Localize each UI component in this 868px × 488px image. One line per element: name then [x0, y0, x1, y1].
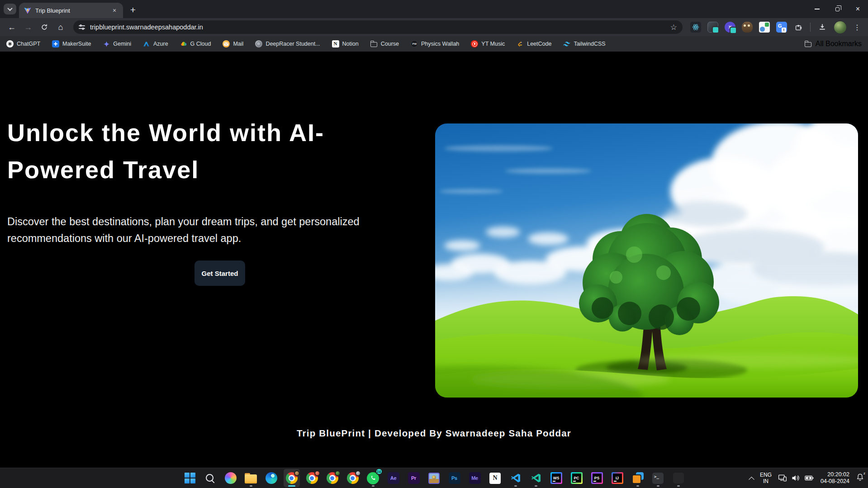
taskbar-vscode-button[interactable] [508, 469, 524, 487]
all-bookmarks-button[interactable]: All Bookmarks [805, 40, 862, 48]
profile-avatar[interactable] [834, 21, 846, 33]
reload-button[interactable] [37, 20, 52, 34]
back-button[interactable]: ← [5, 20, 19, 34]
folder-icon [370, 40, 378, 47]
tab-title: Trip Blueprint [35, 7, 107, 14]
bookmark-star-icon[interactable]: ☆ [670, 23, 677, 32]
all-bookmarks-label: All Bookmarks [816, 40, 862, 48]
taskbar-notion-button[interactable]: N [487, 469, 503, 487]
taskbar-chrome-button[interactable] [284, 469, 300, 487]
reload-icon [40, 23, 48, 31]
bookmark-deepracer[interactable]: DeepRacer Student... [255, 40, 320, 47]
running-indicator [250, 485, 252, 487]
running-indicator [677, 485, 680, 487]
bookmark-azure[interactable]: Azure [143, 40, 168, 47]
taskbar-after-effects-button[interactable]: Ae [385, 469, 402, 487]
leetcode-icon [517, 40, 524, 47]
clock[interactable]: 20:20:02 04-08-2024 [821, 471, 849, 485]
tray-status-icons[interactable] [778, 474, 814, 483]
taskbar-chrome-profile4-button[interactable] [345, 469, 361, 487]
chatgpt-icon [6, 40, 14, 47]
language-indicator[interactable]: ENG IN [760, 472, 772, 484]
taskbar-edge-button[interactable] [263, 469, 280, 487]
extensions-puzzle-icon[interactable] [791, 20, 806, 34]
tab-search-button[interactable] [4, 4, 16, 14]
taskbar-photoshop-button[interactable]: Ps [446, 469, 463, 487]
taskbar-search-button[interactable] [202, 469, 218, 487]
bookmark-mail[interactable]: Mail [223, 40, 243, 47]
bookmark-yt-music[interactable]: YT Music [471, 40, 505, 47]
deepracer-icon [255, 40, 262, 47]
bookmark-gemini[interactable]: Gemini [103, 40, 131, 47]
extension-owl-icon[interactable] [742, 22, 753, 33]
pycharm-icon: PC [571, 472, 583, 484]
home-button[interactable]: ⌂ [53, 20, 68, 34]
extension-tutor-icon[interactable] [759, 22, 770, 33]
media-viewer-icon [428, 473, 440, 484]
bookmark-course[interactable]: Course [370, 40, 399, 47]
extension-react-devtools-icon[interactable] [690, 22, 701, 33]
taskbar-copilot-button[interactable] [223, 469, 239, 487]
taskbar-file-explorer-button[interactable] [243, 469, 259, 487]
extension-translate-icon[interactable] [776, 22, 787, 33]
taskbar-webstorm-button[interactable]: WS [548, 469, 564, 487]
hero-image-scene [435, 123, 858, 398]
hero-image [435, 123, 858, 398]
bookmark-makersuite[interactable]: MakerSuite [52, 40, 91, 47]
taskbar-vmware-button[interactable] [630, 469, 646, 487]
extension-icon-3[interactable]: × [725, 22, 735, 33]
taskbar-phpstorm-button[interactable]: PS [589, 469, 605, 487]
download-icon [818, 23, 827, 32]
gcloud-icon [180, 40, 187, 47]
phpstorm-icon: PS [591, 472, 603, 484]
downloads-button[interactable] [815, 20, 830, 34]
new-tab-button[interactable]: + [127, 4, 139, 16]
bookmark-chatgpt[interactable]: ChatGPT [6, 40, 40, 47]
taskbar-icons: 24 Ae Pr Ps Me N WS PC PS IJ [182, 469, 687, 487]
running-indicator [372, 485, 375, 487]
site-settings-icon[interactable] [79, 24, 85, 30]
taskbar-media-viewer-button[interactable] [426, 469, 442, 487]
hero-description: Discover the best destinations, plan you… [7, 213, 405, 247]
taskbar-chrome-profile3-button[interactable] [324, 469, 341, 487]
taskbar-pycharm-button[interactable]: PC [569, 469, 585, 487]
bookmark-physics-wallah[interactable]: Physics Wallah [411, 40, 459, 47]
taskbar-background-app-button[interactable] [670, 469, 687, 487]
bookmark-gcloud[interactable]: G Cloud [180, 40, 211, 47]
bookmark-label: LeetCode [527, 41, 551, 47]
taskbar-whatsapp-button[interactable]: 24 [365, 469, 381, 487]
tab-close-icon[interactable]: × [110, 6, 119, 14]
browser-tab[interactable]: Trip Blueprint × [19, 3, 123, 18]
bookmarks-bar: ChatGPT MakerSuite Gemini Azure G Cloud [0, 36, 868, 52]
notification-bell-icon[interactable] [856, 473, 864, 483]
get-started-button[interactable]: Get Started [194, 261, 245, 286]
chrome-profile-badge [314, 470, 320, 476]
tailwindcss-icon [563, 40, 570, 47]
url-text[interactable]: tripblueprint.swarnadeepsahapoddar.in [90, 24, 203, 31]
minimize-button[interactable] [807, 0, 827, 18]
bookmark-label: ChatGPT [17, 41, 40, 47]
tray-expand-chevron-icon[interactable] [749, 476, 754, 482]
close-button[interactable]: × [848, 0, 868, 18]
taskbar-start-button[interactable] [182, 469, 198, 487]
taskbar-media-encoder-button[interactable]: Me [467, 469, 483, 487]
taskbar-intellij-button[interactable]: IJ [609, 469, 626, 487]
forward-button[interactable]: → [21, 20, 35, 34]
vscode-icon [510, 472, 522, 484]
bookmark-label: Gemini [113, 41, 131, 47]
hero-heading: Unlock the World with AI-Powered Travel [7, 114, 324, 188]
hero-heading-line2: Powered Travel [7, 156, 199, 183]
address-bar[interactable]: tripblueprint.swarnadeepsahapoddar.in ☆ [73, 20, 683, 34]
restore-button[interactable] [827, 0, 848, 18]
bookmark-tailwindcss[interactable]: TailwindCSS [563, 40, 605, 47]
taskbar-premiere-button[interactable]: Pr [406, 469, 422, 487]
taskbar-chrome-profile2-button[interactable] [304, 469, 320, 487]
taskbar-terminal-button[interactable] [650, 469, 666, 487]
page-content: Unlock the World with AI-Powered Travel … [0, 52, 868, 468]
browser-menu-kebab-icon[interactable]: ⋮ [851, 20, 863, 34]
taskbar-vscode-insiders-button[interactable] [528, 469, 544, 487]
minimize-icon [815, 9, 820, 9]
bookmark-leetcode[interactable]: LeetCode [517, 40, 551, 47]
bookmark-notion[interactable]: Notion [332, 40, 359, 47]
extension-icon-2[interactable] [707, 22, 718, 33]
